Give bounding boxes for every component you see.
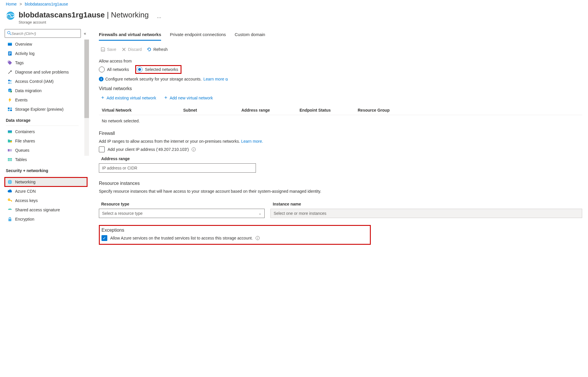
breadcrumb: Home > blobdatascans1rg1ause <box>0 0 588 8</box>
sidebar-item-events[interactable]: Events <box>5 95 87 105</box>
learn-more-link[interactable]: Learn more ⧉ <box>204 77 228 81</box>
allow-access-label: Allow access from <box>99 59 582 63</box>
trusted-services-label: Allow Azure services on the trusted serv… <box>110 236 253 240</box>
radio-selected-networks[interactable]: Selected networks <box>137 67 178 72</box>
globe-icon <box>8 180 12 184</box>
sidebar-item-diagnose[interactable]: Diagnose and solve problems <box>5 67 87 77</box>
page-title: blobdatascans1rg1ause | Networking <box>19 10 149 19</box>
sidebar-item-overview[interactable]: Overview <box>5 40 87 49</box>
firewall-learn-more[interactable]: Learn more. <box>241 139 263 144</box>
firewall-heading: Firewall <box>99 131 582 136</box>
discard-icon <box>122 47 126 52</box>
info-icon: i <box>99 77 104 81</box>
collapse-sidebar-icon[interactable]: « <box>83 30 87 37</box>
svg-point-2 <box>7 16 10 19</box>
sidebar-item-tables[interactable]: Tables <box>5 155 87 164</box>
sidebar-group-data-storage: Data storage <box>5 114 87 124</box>
divider <box>6 126 79 126</box>
lock-icon <box>8 217 12 221</box>
log-icon <box>8 51 12 56</box>
svg-rect-20 <box>8 131 12 131</box>
exceptions-heading: Exceptions <box>101 228 367 233</box>
sidebar-group-security: Security + networking <box>5 164 87 175</box>
discard-button[interactable]: Discard <box>122 47 142 52</box>
info-tooltip-icon[interactable]: i <box>256 236 260 240</box>
tab-custom-domain[interactable]: Custom domain <box>235 29 265 41</box>
breadcrumb-home[interactable]: Home <box>6 2 17 6</box>
add-existing-vnet-button[interactable]: +Add existing virtual network <box>101 95 156 101</box>
save-button[interactable]: Save <box>101 47 116 52</box>
vnet-empty-row: No network selected. <box>99 115 582 127</box>
trusted-services-checkbox[interactable]: ✓ <box>101 235 107 241</box>
main-content: Firewalls and virtual networks Private e… <box>87 29 588 251</box>
resource-type-select[interactable]: Select a resource type⌄ <box>99 209 265 218</box>
search-input[interactable] <box>11 31 78 36</box>
storage-globe-icon <box>6 11 15 20</box>
more-menu-icon[interactable]: ··· <box>157 15 161 21</box>
sidebar-search[interactable] <box>5 29 81 38</box>
info-text: Configure network security for your stor… <box>105 77 202 81</box>
sidebar-item-data-migration[interactable]: Data migration <box>5 86 87 95</box>
sidebar-item-file-shares[interactable]: File shares <box>5 136 87 146</box>
plus-icon: + <box>101 95 104 101</box>
sidebar-item-activity-log[interactable]: Activity log <box>5 49 87 58</box>
add-client-ip-checkbox[interactable] <box>99 146 105 152</box>
svg-point-11 <box>8 61 9 62</box>
svg-rect-18 <box>10 110 12 111</box>
cloud-icon <box>8 189 12 194</box>
sidebar-item-encryption[interactable]: Encryption <box>5 215 87 224</box>
sidebar-item-azure-cdn[interactable]: Azure CDN <box>5 187 87 196</box>
external-link-icon: ⧉ <box>225 77 228 81</box>
sidebar-item-storage-explorer[interactable]: Storage Explorer (preview) <box>5 105 87 114</box>
svg-rect-25 <box>8 158 12 161</box>
divider <box>6 176 79 176</box>
highlight-selected-networks: Selected networks <box>135 65 181 74</box>
address-range-label: Address range <box>101 156 582 161</box>
sidebar-item-sas[interactable]: Shared access signature <box>5 205 87 215</box>
sidebar-item-queues[interactable]: Queues <box>5 146 87 155</box>
vnet-table-header: Virtual NetworkSubnetAddress rangeEndpoi… <box>99 106 582 115</box>
tab-firewalls[interactable]: Firewalls and virtual networks <box>99 29 161 41</box>
sidebar-item-tags[interactable]: Tags <box>5 58 87 67</box>
breadcrumb-resource[interactable]: blobdatascans1rg1ause <box>25 2 68 6</box>
svg-line-4 <box>10 33 11 35</box>
svg-rect-15 <box>8 108 10 109</box>
tab-private-endpoints[interactable]: Private endpoint connections <box>170 29 226 41</box>
add-new-vnet-button[interactable]: +Add new virtual network <box>164 95 213 101</box>
sidebar-item-networking[interactable]: Networking <box>5 177 87 187</box>
svg-point-34 <box>9 199 10 200</box>
svg-rect-37 <box>8 219 11 221</box>
svg-point-12 <box>8 80 10 81</box>
svg-rect-36 <box>11 201 12 202</box>
plus-icon: + <box>164 95 168 101</box>
chevron-down-icon: ⌄ <box>259 211 261 215</box>
resource-instances-heading: Resource instances <box>99 181 582 186</box>
sidebar-item-containers[interactable]: Containers <box>5 127 87 136</box>
wrench-icon <box>8 70 12 74</box>
container-icon <box>8 129 12 134</box>
tag-icon <box>8 60 12 65</box>
instance-name-label: Instance name <box>273 202 582 206</box>
address-range-input[interactable] <box>99 163 256 173</box>
svg-rect-10 <box>9 54 10 55</box>
search-icon <box>7 31 11 36</box>
info-tooltip-icon[interactable]: i <box>192 147 196 151</box>
add-client-ip-label: Add your client IP address ('49.207.210.… <box>108 147 189 152</box>
sidebar-item-access-keys[interactable]: Access keys <box>5 196 87 205</box>
svg-rect-8 <box>9 52 11 53</box>
tabs: Firewalls and virtual networks Private e… <box>99 29 582 41</box>
svg-rect-21 <box>10 141 12 142</box>
instance-name-select[interactable]: Select one or more instances <box>270 209 582 218</box>
svg-rect-6 <box>8 43 12 44</box>
radio-all-networks[interactable]: All networks <box>99 67 129 72</box>
sidebar-scrollbar[interactable] <box>84 40 89 156</box>
bolt-icon <box>8 98 12 102</box>
migration-icon <box>8 88 12 93</box>
sidebar: « Overview Activity log Tags Diagnose an… <box>0 29 87 251</box>
table-icon <box>8 157 12 162</box>
sidebar-item-iam[interactable]: Access Control (IAM) <box>5 77 87 86</box>
svg-rect-24 <box>11 149 12 151</box>
refresh-button[interactable]: Refresh <box>147 47 168 52</box>
key-icon <box>8 198 12 203</box>
queue-icon <box>8 148 12 153</box>
